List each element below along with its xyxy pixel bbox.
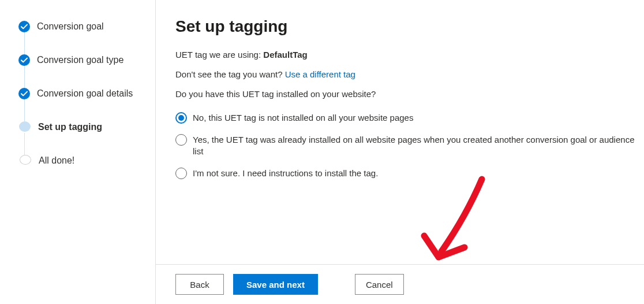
- radio-option-not-installed[interactable]: No, this UET tag is not installed on all…: [175, 112, 635, 124]
- wizard-stepper: Conversion goal Conversion goal type Con…: [0, 0, 156, 304]
- checkmark-icon: [18, 54, 30, 66]
- main-panel: Set up tagging UET tag we are using: Def…: [156, 0, 644, 304]
- page-title: Set up tagging: [175, 17, 635, 36]
- radio-icon: [175, 168, 187, 179]
- step-conversion-goal-type[interactable]: Conversion goal type: [18, 54, 155, 88]
- cancel-button[interactable]: Cancel: [355, 274, 404, 295]
- tag-name: DefaultTag: [263, 50, 307, 60]
- step-set-up-tagging[interactable]: Set up tagging: [18, 121, 155, 155]
- radio-option-not-sure[interactable]: I'm not sure. I need instructions to ins…: [175, 168, 635, 179]
- different-tag-prompt: Don't see the tag you want?: [175, 69, 285, 79]
- back-button[interactable]: Back: [175, 274, 224, 295]
- step-label: Set up tagging: [38, 121, 102, 133]
- install-question: Do you have this UET tag installed on yo…: [175, 88, 635, 101]
- step-connector: [24, 32, 25, 54]
- radio-option-already-installed[interactable]: Yes, the UET tag was already installed o…: [175, 134, 635, 157]
- step-all-done: All done!: [18, 155, 155, 166]
- future-step-icon: [20, 155, 31, 165]
- save-and-next-button[interactable]: Save and next: [233, 274, 318, 295]
- page-root: Conversion goal Conversion goal type Con…: [0, 0, 644, 304]
- tag-in-use-prefix: UET tag we are using:: [175, 50, 263, 60]
- radio-icon: [175, 134, 187, 146]
- step-conversion-goal[interactable]: Conversion goal: [18, 21, 155, 54]
- step-label: Conversion goal: [37, 21, 104, 32]
- different-tag-line: Don't see the tag you want? Use a differ…: [175, 68, 635, 81]
- step-label: Conversion goal type: [37, 54, 123, 66]
- current-step-icon: [19, 121, 31, 132]
- tag-installed-radio-group: No, this UET tag is not installed on all…: [175, 112, 635, 190]
- radio-icon: [175, 112, 187, 124]
- step-label: All done!: [39, 155, 74, 166]
- checkmark-icon: [18, 88, 30, 99]
- checkmark-icon: [18, 21, 30, 32]
- step-label: Conversion goal details: [37, 88, 133, 99]
- radio-dot-icon: [178, 115, 184, 121]
- radio-label: I'm not sure. I need instructions to ins…: [193, 168, 378, 179]
- use-different-tag-link[interactable]: Use a different tag: [285, 69, 355, 79]
- step-conversion-goal-details[interactable]: Conversion goal details: [18, 88, 155, 121]
- radio-label: Yes, the UET tag was already installed o…: [193, 134, 635, 157]
- step-connector: [24, 99, 25, 121]
- radio-label: No, this UET tag is not installed on all…: [193, 112, 413, 124]
- wizard-footer: Back Save and next Cancel: [156, 264, 644, 304]
- step-connector: [24, 66, 25, 88]
- tag-in-use-line: UET tag we are using: DefaultTag: [175, 49, 635, 61]
- step-connector: [24, 133, 25, 155]
